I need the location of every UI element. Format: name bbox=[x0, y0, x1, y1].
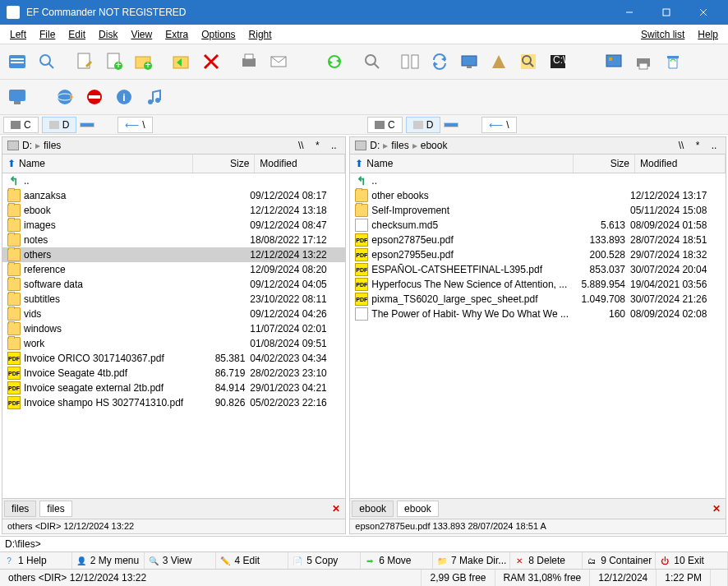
tb-block-icon[interactable] bbox=[81, 83, 108, 111]
tb-recycle-icon[interactable] bbox=[659, 48, 687, 76]
tb-monitor-icon[interactable] bbox=[3, 83, 31, 111]
right-nav-star[interactable]: * bbox=[691, 140, 704, 151]
right-drive-c[interactable]: C bbox=[367, 117, 403, 133]
left-col-size[interactable]: Size bbox=[193, 155, 255, 173]
tb-network-icon[interactable] bbox=[51, 83, 79, 111]
tb-screen-icon[interactable] bbox=[600, 48, 628, 76]
file-row[interactable]: work 01/08/2024 09:51 bbox=[2, 336, 345, 351]
fkey-help[interactable]: ?1 Help bbox=[0, 552, 72, 569]
file-row[interactable]: PDF epson27875eu.pdf 133.893 28/07/2024 … bbox=[350, 233, 726, 247]
close-button[interactable] bbox=[684, 0, 721, 25]
left-root-button[interactable]: ⟵ \ bbox=[117, 117, 152, 133]
file-row[interactable]: ebook 12/12/2024 13:18 bbox=[2, 203, 345, 218]
left-close-tab[interactable]: ✕ bbox=[327, 503, 345, 514]
tb-compare-icon[interactable] bbox=[396, 48, 424, 76]
file-row[interactable]: aanzaksa 09/12/2024 08:17 bbox=[2, 188, 345, 203]
right-close-tab[interactable]: ✕ bbox=[707, 503, 726, 514]
file-row[interactable]: windows 11/07/2024 02:01 bbox=[2, 321, 345, 336]
file-row[interactable]: other ebooks 12/12/2024 13:17 bbox=[350, 188, 726, 203]
fkey-move[interactable]: ➡6 Move bbox=[361, 552, 433, 569]
file-row[interactable]: vids 09/12/2024 04:26 bbox=[2, 307, 345, 321]
right-col-name[interactable]: ⬆Name bbox=[350, 155, 574, 173]
right-tab-2[interactable]: ebook bbox=[397, 501, 439, 517]
menu-left[interactable]: Left bbox=[3, 26, 33, 43]
right-col-size[interactable]: Size bbox=[574, 155, 635, 173]
left-drive-tile-icon[interactable] bbox=[80, 122, 94, 127]
minimize-button[interactable] bbox=[611, 0, 647, 25]
fkey-mkdir[interactable]: 📁7 Make Dir... bbox=[433, 552, 510, 569]
left-nav-back[interactable]: \\ bbox=[294, 140, 307, 151]
menu-help[interactable]: Help bbox=[691, 26, 725, 43]
fkey-container[interactable]: 🗂9 Container bbox=[583, 552, 656, 569]
tb-pyramid-icon[interactable] bbox=[485, 48, 513, 76]
right-drive-d[interactable]: D bbox=[406, 117, 441, 133]
menu-right[interactable]: Right bbox=[242, 26, 279, 43]
file-row[interactable]: ↰ .. bbox=[2, 173, 345, 188]
left-drive-c[interactable]: C bbox=[3, 117, 39, 133]
file-row[interactable]: Self-Improvement 05/11/2024 15:08 bbox=[350, 203, 726, 218]
menu-edit[interactable]: Edit bbox=[62, 26, 92, 43]
left-col-mod[interactable]: Modified bbox=[255, 155, 345, 173]
file-row[interactable]: others 12/12/2024 13:22 bbox=[2, 247, 345, 262]
tb-print-icon[interactable] bbox=[235, 48, 263, 76]
file-row[interactable]: checksum.md5 5.613 08/09/2024 01:58 bbox=[350, 218, 726, 233]
file-row[interactable]: images 09/12/2024 08:47 bbox=[2, 218, 345, 233]
left-nav-star[interactable]: * bbox=[311, 140, 324, 151]
right-path-drive[interactable]: D: bbox=[370, 140, 380, 151]
file-row[interactable]: PDF Invoice Seagate 4tb.pdf 86.719 28/02… bbox=[2, 366, 345, 381]
file-row[interactable]: ↰ .. bbox=[350, 173, 726, 188]
left-path-p1[interactable]: files bbox=[44, 140, 61, 151]
file-row[interactable]: notes 18/08/2022 17:12 bbox=[2, 233, 345, 247]
tb-music-icon[interactable] bbox=[140, 83, 168, 111]
menu-extra[interactable]: Extra bbox=[159, 26, 195, 43]
tb-new-file-icon[interactable]: + bbox=[100, 48, 128, 76]
right-path-p1[interactable]: files bbox=[391, 140, 408, 151]
menu-view[interactable]: View bbox=[124, 26, 159, 43]
menu-disk[interactable]: Disk bbox=[92, 26, 124, 43]
left-nav-dots[interactable]: .. bbox=[327, 140, 340, 151]
right-drive-tile-icon[interactable] bbox=[444, 122, 458, 127]
maximize-button[interactable] bbox=[647, 0, 684, 25]
tb-edit-icon[interactable] bbox=[71, 48, 99, 76]
tb-new-folder-icon[interactable]: + bbox=[130, 48, 158, 76]
file-row[interactable]: PDF pixma_TS6020_large_spec_sheet.pdf 1.… bbox=[350, 292, 726, 307]
tb-desktop-icon[interactable] bbox=[455, 48, 483, 76]
file-row[interactable]: PDF epson27955eu.pdf 200.528 29/07/2024 … bbox=[350, 247, 726, 262]
tb-info-icon[interactable]: i bbox=[110, 83, 138, 111]
tb-zoom-icon[interactable] bbox=[358, 48, 386, 76]
file-row[interactable]: subtitles 23/10/2022 08:11 bbox=[2, 292, 345, 307]
file-row[interactable]: The Power of Habit- Why We Do What We ..… bbox=[350, 307, 726, 321]
file-row[interactable]: PDF Invoice shampo HS 3027741310.pdf 90.… bbox=[2, 395, 345, 410]
menu-switch-list[interactable]: Switch list bbox=[634, 26, 691, 43]
left-col-name[interactable]: ⬆Name bbox=[2, 155, 193, 173]
tb-delete-icon[interactable] bbox=[197, 48, 225, 76]
right-nav-dots[interactable]: .. bbox=[707, 140, 721, 151]
tb-refresh-icon[interactable] bbox=[320, 48, 348, 76]
tb-printer2-icon[interactable] bbox=[629, 48, 657, 76]
menu-file[interactable]: File bbox=[33, 26, 62, 43]
left-tab-1[interactable]: files bbox=[4, 501, 36, 517]
menu-options[interactable]: Options bbox=[195, 26, 242, 43]
file-row[interactable]: software data 09/12/2024 04:05 bbox=[2, 277, 345, 292]
file-row[interactable]: PDF Invoice ORICO 3017140367.pdf 85.381 … bbox=[2, 351, 345, 366]
left-drive-d[interactable]: D bbox=[42, 117, 77, 133]
left-tab-2[interactable]: files bbox=[39, 501, 71, 517]
tb-console-icon[interactable]: C:\ bbox=[544, 48, 572, 76]
file-row[interactable]: PDF ESPAÑOL-CATSHEETFINAL-L395.pdf 853.0… bbox=[350, 262, 726, 277]
fkey-exit[interactable]: ⏻10 Exit bbox=[656, 552, 728, 569]
tb-search-icon[interactable] bbox=[33, 48, 61, 76]
tb-sync-icon[interactable] bbox=[426, 48, 454, 76]
cmd-input[interactable] bbox=[41, 538, 723, 550]
tb-mail-icon[interactable] bbox=[265, 48, 293, 76]
fkey-delete[interactable]: ✕8 Delete bbox=[510, 552, 583, 569]
right-file-list[interactable]: ↰ .. other ebooks 12/12/2024 13:17 Self-… bbox=[350, 173, 726, 498]
right-col-mod[interactable]: Modified bbox=[635, 155, 726, 173]
fkey-view[interactable]: 🔍3 View bbox=[145, 552, 217, 569]
right-root-button[interactable]: ⟵ \ bbox=[481, 117, 516, 133]
left-path-drive[interactable]: D: bbox=[22, 140, 32, 151]
right-tab-1[interactable]: ebook bbox=[352, 501, 394, 517]
left-file-list[interactable]: ↰ .. aanzaksa 09/12/2024 08:17 ebook 12/… bbox=[2, 173, 345, 498]
fkey-copy[interactable]: 📄5 Copy bbox=[288, 552, 361, 569]
file-row[interactable]: reference 12/09/2024 08:20 bbox=[2, 262, 345, 277]
tb-find-icon[interactable] bbox=[514, 48, 542, 76]
